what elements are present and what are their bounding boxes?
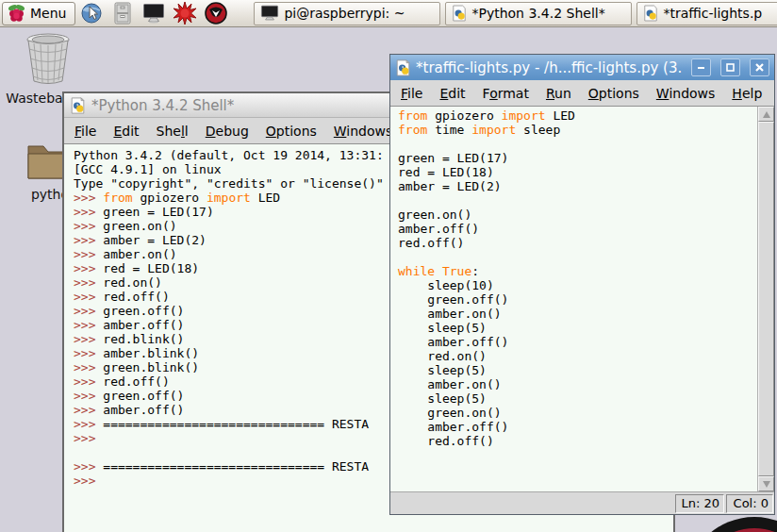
terminal-launcher[interactable] — [138, 1, 169, 26]
idle-file-icon — [643, 5, 658, 22]
task-label: pi@raspberrypi: ~ — [284, 6, 405, 21]
wolfram-launcher[interactable] — [200, 1, 231, 26]
scrollbar-thumb[interactable] — [758, 122, 774, 476]
code-line: amber = LED(2) — [398, 179, 757, 193]
code-line: sleep(5) — [398, 321, 757, 335]
code-line — [398, 250, 757, 264]
maximize-icon — [725, 62, 736, 73]
code-line: green.on() — [398, 406, 757, 420]
menu-item[interactable]: File — [392, 83, 431, 104]
wolf-circle-icon — [205, 2, 227, 25]
code-line: green.on() — [398, 208, 757, 222]
globe-cursor-icon — [80, 2, 103, 25]
code-line — [398, 193, 757, 208]
task-label: *Python 3.4.2 Shell* — [471, 6, 604, 21]
editor-window: *traffic-lights.py - /h...ffic-lights.py… — [389, 54, 775, 515]
menu-item[interactable]: Edit — [431, 83, 473, 104]
code-line: amber.on() — [398, 377, 757, 391]
code-line: red.off() — [398, 236, 757, 250]
close-icon — [754, 62, 765, 73]
taskbar: Menu — [0, 0, 777, 27]
code-line: green = LED(17) — [398, 151, 757, 165]
terminal-monitor-icon — [142, 3, 165, 24]
scroll-up-button[interactable] — [758, 107, 774, 122]
code-line: while True: — [398, 264, 757, 278]
maximize-button[interactable] — [720, 58, 740, 76]
close-button[interactable] — [750, 58, 769, 76]
code-line: red = LED(18) — [398, 165, 757, 179]
menu-item[interactable]: Run — [537, 83, 580, 104]
desktop: Wastebasket pytho *Python 3.4.2 Shell* F… — [0, 0, 777, 532]
idle-file-icon — [395, 59, 411, 76]
menu-button[interactable]: Menu — [2, 2, 75, 25]
minimize-icon — [696, 62, 706, 73]
menu-label: Menu — [30, 6, 66, 21]
editor-statusbar: Ln: 20 Col: 0 — [390, 491, 774, 514]
menu-item[interactable]: Edit — [105, 121, 147, 141]
code-line: from time import sleep — [398, 123, 757, 137]
file-manager-launcher[interactable] — [107, 1, 138, 26]
code-line: green.off() — [398, 292, 757, 307]
minimize-button[interactable] — [691, 58, 711, 76]
idle-file-icon — [452, 5, 467, 22]
arrow-up-icon — [763, 111, 770, 118]
trash-can-icon — [21, 32, 75, 85]
idle-file-icon — [70, 97, 86, 114]
arrow-down-icon — [763, 481, 770, 488]
menu-item[interactable]: Options — [580, 83, 648, 104]
code-line: red.off() — [398, 434, 757, 448]
menu-item[interactable]: File — [66, 121, 105, 141]
code-line: from gpiozero import LED — [398, 108, 757, 123]
code-line: amber.off() — [398, 222, 757, 236]
column-indicator: Col: 0 — [726, 494, 773, 513]
web-browser-launcher[interactable] — [75, 1, 107, 26]
partial-logo-icon — [681, 512, 777, 532]
task-label: *traffic-lights.p — [663, 6, 762, 21]
scroll-down-button[interactable] — [758, 476, 774, 491]
code-line: sleep(10) — [398, 278, 757, 292]
raspberry-icon — [8, 4, 25, 24]
taskbar-tasks: pi@raspberrypi: ~ *Python 3.4.2 Shell* *… — [254, 2, 777, 25]
editor-title: *traffic-lights.py - /h...ffic-lights.py… — [416, 59, 682, 76]
file-cabinet-icon — [112, 2, 133, 25]
line-number-indicator: Ln: 20 — [675, 494, 724, 513]
editor-text-area[interactable]: from gpiozero import LEDfrom time import… — [390, 107, 758, 491]
menu-item[interactable]: Shell — [148, 121, 197, 141]
menu-item[interactable]: Windows — [648, 83, 724, 104]
code-line: amber.off() — [398, 335, 757, 349]
menu-item[interactable]: Debug — [197, 121, 257, 141]
code-line: amber.off() — [398, 420, 757, 434]
terminal-monitor-icon — [260, 5, 279, 22]
menu-item[interactable]: Format — [474, 83, 537, 104]
menu-item[interactable]: Help — [723, 83, 770, 104]
editor-body: from gpiozero import LEDfrom time import… — [390, 106, 774, 491]
task-python-shell[interactable]: *Python 3.4.2 Shell* — [445, 2, 632, 25]
code-line: sleep(5) — [398, 363, 757, 377]
code-line — [398, 137, 757, 151]
code-line: sleep(5) — [398, 391, 757, 406]
editor-scrollbar[interactable] — [758, 107, 774, 491]
task-terminal[interactable]: pi@raspberrypi: ~ — [254, 2, 440, 25]
menu-item[interactable]: Options — [257, 121, 325, 141]
task-traffic-lights[interactable]: *traffic-lights.p — [636, 2, 777, 25]
editor-titlebar[interactable]: *traffic-lights.py - /h...ffic-lights.py… — [390, 55, 774, 80]
shell-title: *Python 3.4.2 Shell* — [91, 97, 234, 114]
code-line: red.on() — [398, 349, 757, 363]
editor-menubar: FileEditFormatRunOptionsWindowsHelp — [390, 80, 774, 106]
red-starburst-icon — [174, 2, 196, 25]
mathematica-launcher[interactable] — [169, 1, 200, 26]
code-line: amber.on() — [398, 307, 757, 321]
